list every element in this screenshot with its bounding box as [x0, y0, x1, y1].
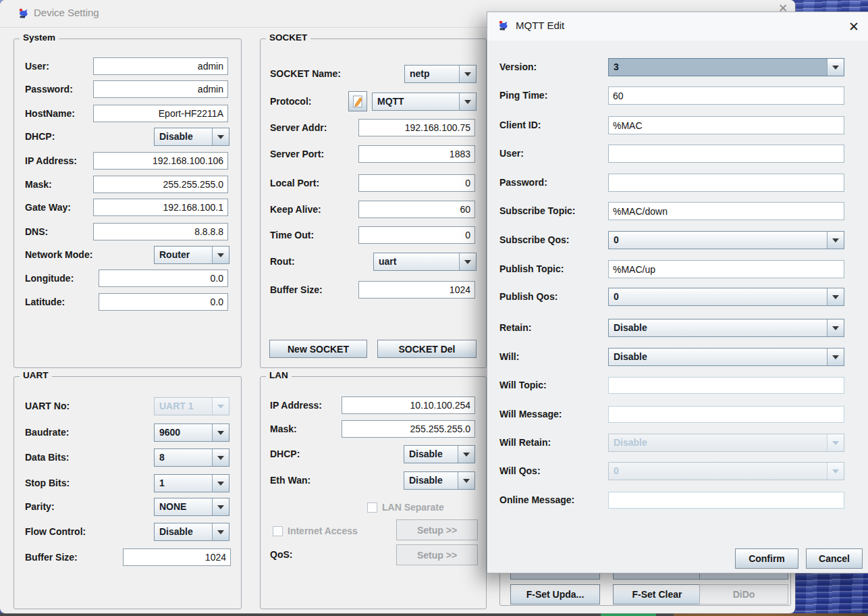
- subscribe-topic-input[interactable]: [608, 202, 844, 220]
- online-message-label: Online Message:: [499, 491, 574, 509]
- will-retain-label: Will Retain:: [499, 434, 551, 452]
- network-mode-label: Network Mode:: [25, 246, 92, 264]
- client-id-input[interactable]: [608, 116, 844, 134]
- lan-dhcp-select[interactable]: Disable: [404, 445, 475, 463]
- lan-ip-label: IP Address:: [270, 396, 322, 415]
- rout-select[interactable]: uart: [373, 253, 477, 271]
- online-message-input[interactable]: [608, 492, 844, 509]
- data-bits-label: Data Bits:: [25, 448, 69, 467]
- uart-buffer-size-input[interactable]: [123, 548, 231, 566]
- baudrate-label: Baudrate:: [25, 424, 69, 442]
- subscribe-qos-select[interactable]: 0: [608, 231, 844, 249]
- mqtt-password-input[interactable]: [608, 174, 844, 192]
- protocol-value: MQTT: [373, 93, 459, 110]
- gateway-label: Gate Way:: [25, 199, 71, 217]
- will-topic-input[interactable]: [608, 377, 844, 394]
- ip-address-input[interactable]: [93, 152, 228, 170]
- data-bits-select[interactable]: 8: [154, 448, 229, 467]
- keep-alive-input[interactable]: [358, 201, 475, 218]
- gateway-input[interactable]: [93, 199, 228, 216]
- confirm-button[interactable]: Confirm: [735, 548, 798, 569]
- retain-select[interactable]: Disable: [608, 319, 844, 337]
- checkbox-box: [273, 526, 283, 536]
- protocol-edit-button[interactable]: [348, 91, 367, 111]
- socket-name-select[interactable]: netp: [404, 65, 477, 83]
- server-port-input[interactable]: [358, 145, 475, 163]
- lan-dhcp-value: Disable: [404, 446, 458, 463]
- chevron-down-icon: [212, 475, 229, 492]
- will-topic-label: Will Topic:: [499, 376, 547, 394]
- publish-qos-select[interactable]: 0: [608, 288, 844, 306]
- stop-bits-select[interactable]: 1: [154, 474, 229, 492]
- qos-label: QoS:: [270, 546, 292, 564]
- lan-mask-input[interactable]: [342, 420, 475, 438]
- app-icon: [497, 20, 510, 32]
- version-select[interactable]: 3: [608, 58, 844, 76]
- fset-clear-button[interactable]: F-Set Clear: [613, 584, 701, 605]
- subscribe-qos-value: 0: [609, 232, 827, 249]
- dns-input[interactable]: [93, 223, 228, 240]
- dido-button: DiDo: [699, 584, 788, 605]
- chevron-down-icon: [459, 93, 476, 110]
- ping-time-label: Ping Time:: [499, 86, 547, 105]
- will-retain-value: Disable: [609, 434, 827, 451]
- longitude-label: Longitude:: [25, 270, 74, 288]
- cancel-button[interactable]: Cancel: [806, 548, 863, 569]
- uart-no-value: UART 1: [155, 398, 212, 415]
- socket-del-button[interactable]: SOCKET Del: [377, 340, 477, 358]
- mqtt-edit-dialog: MQTT Edit ✕ Version: 3 Ping Time: Client…: [487, 12, 868, 573]
- dhcp-select[interactable]: Disable: [154, 128, 229, 146]
- eth-wan-select[interactable]: Disable: [404, 471, 475, 490]
- lan-separate-label: LAN Separate: [382, 503, 444, 513]
- password-input[interactable]: [93, 80, 228, 98]
- publish-topic-label: Publish Topic:: [499, 260, 564, 278]
- version-label: Version:: [499, 58, 537, 76]
- time-out-input[interactable]: [358, 226, 475, 244]
- version-value: 3: [609, 59, 827, 76]
- flow-control-select[interactable]: Disable: [154, 523, 229, 541]
- lan-ip-input[interactable]: [342, 396, 475, 414]
- parity-value: NONE: [155, 498, 212, 515]
- dialog-close-button[interactable]: ✕: [845, 18, 863, 36]
- network-mode-select[interactable]: Router: [154, 246, 229, 264]
- publish-qos-label: Publish Qos:: [499, 288, 558, 306]
- flow-control-value: Disable: [155, 523, 212, 540]
- will-select[interactable]: Disable: [608, 348, 844, 366]
- will-qos-select: 0: [608, 462, 844, 480]
- rout-value: uart: [374, 253, 459, 270]
- publish-topic-input[interactable]: [608, 260, 844, 278]
- parity-select[interactable]: NONE: [154, 498, 229, 516]
- latitude-input[interactable]: [99, 293, 228, 311]
- longitude-input[interactable]: [99, 270, 228, 287]
- will-message-input[interactable]: [608, 406, 844, 423]
- retain-label: Retain:: [499, 319, 531, 337]
- socket-buffer-size-input[interactable]: [358, 281, 475, 299]
- user-input[interactable]: [93, 57, 228, 75]
- server-addr-input[interactable]: [358, 119, 475, 136]
- user-label: User:: [25, 57, 49, 76]
- window-close-button[interactable]: ✕: [774, 0, 792, 12]
- data-bits-value: 8: [155, 449, 212, 466]
- uart-group: UART UART No: UART 1 Baudrate: 9600 Data…: [13, 376, 242, 609]
- socket-group: SOCKET SOCKET Name: netp Protocol: MQTT …: [260, 38, 487, 368]
- mask-input[interactable]: [93, 176, 228, 193]
- new-socket-button[interactable]: New SOCKET: [269, 340, 367, 358]
- chevron-down-icon: [212, 449, 229, 466]
- will-qos-value: 0: [609, 463, 827, 480]
- keep-alive-label: Keep Alive:: [270, 201, 321, 219]
- uart-group-title: UART: [20, 370, 52, 380]
- local-port-input[interactable]: [358, 174, 475, 192]
- password-label: Password:: [25, 80, 73, 99]
- mqtt-user-input[interactable]: [608, 145, 844, 163]
- fset-update-button[interactable]: F-Set Upda...: [510, 584, 600, 605]
- lan-group-title: LAN: [266, 370, 292, 380]
- socket-name-label: SOCKET Name:: [270, 65, 341, 83]
- baudrate-select[interactable]: 9600: [154, 424, 229, 442]
- ping-time-input[interactable]: [608, 86, 844, 105]
- protocol-select[interactable]: MQTT: [372, 93, 477, 111]
- chevron-down-icon: [458, 446, 474, 463]
- window-title: Device Setting: [34, 7, 99, 18]
- dhcp-label: DHCP:: [25, 128, 55, 146]
- hostname-input[interactable]: [93, 105, 228, 122]
- chevron-down-icon: [212, 128, 229, 145]
